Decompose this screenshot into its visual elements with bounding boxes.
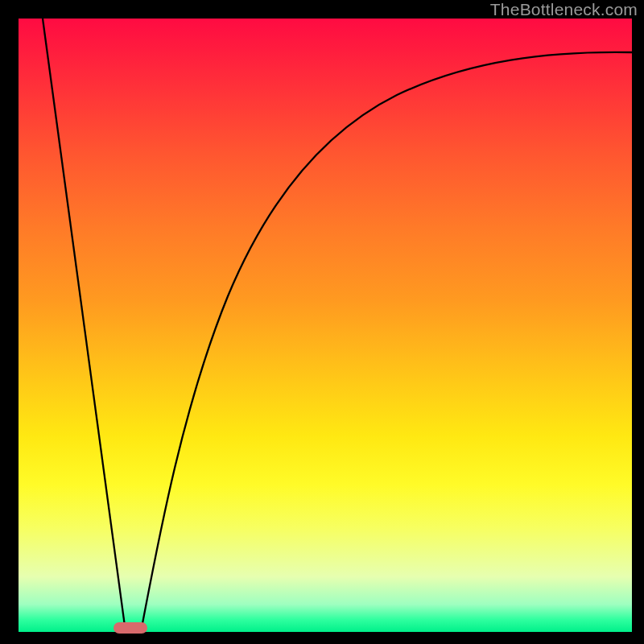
curve-left-branch: [43, 19, 126, 632]
bottleneck-curve: [19, 19, 632, 632]
watermark-text: TheBottleneck.com: [490, 0, 638, 19]
curve-right-branch: [141, 52, 632, 632]
bottleneck-marker: [114, 622, 147, 634]
plot-area: [19, 19, 632, 632]
chart-frame: TheBottleneck.com: [0, 0, 644, 644]
